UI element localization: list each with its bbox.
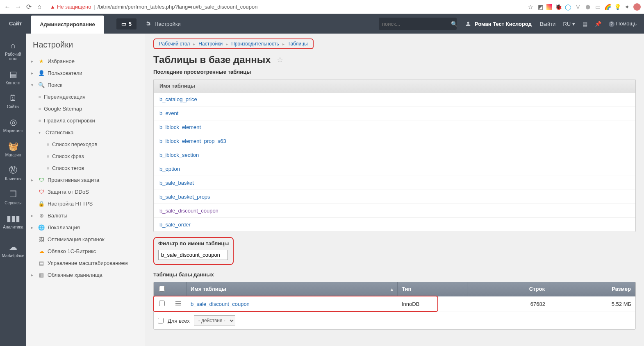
col-name[interactable]: Имя таблицы▲ — [187, 282, 398, 296]
tree-favorites[interactable]: ▸★Избранное — [30, 55, 142, 67]
table-row[interactable]: b_sale_discount_coupon InnoDB 67682 5.52… — [154, 296, 635, 312]
recent-row[interactable]: b_iblock_element_prop_s63 — [154, 134, 635, 148]
tree-hitlist[interactable]: Список переходов — [30, 138, 142, 150]
tree-https[interactable]: 🔒Настройка HTTPS — [30, 198, 142, 210]
col-type[interactable]: Тип — [398, 282, 467, 296]
tree-imgopt[interactable]: 🖼Оптимизация картинок — [30, 233, 142, 245]
col-rows[interactable]: Строк — [467, 282, 549, 296]
recent-row[interactable]: b_sale_discount_coupon — [154, 204, 635, 218]
favorite-toggle-icon[interactable]: ☆ — [277, 55, 283, 64]
ext-icon-2[interactable] — [546, 4, 552, 10]
avatar-icon[interactable] — [633, 3, 641, 11]
row-menu-icon[interactable] — [175, 301, 181, 306]
notif-count: 5 — [129, 21, 132, 27]
tree-reindex[interactable]: Переиндексация — [30, 91, 142, 103]
url-bar[interactable]: ▲ Не защищено | /bitrix/admin/perfmon_ta… — [46, 4, 524, 10]
dot-icon — [39, 108, 41, 110]
crumb-settings[interactable]: Настройки — [198, 41, 223, 47]
row-table-link[interactable]: b_sale_discount_coupon — [191, 301, 250, 307]
pin-icon[interactable]: 📌 — [595, 21, 601, 27]
help-link[interactable]: ?Помощь — [609, 20, 637, 27]
back-icon[interactable]: ← — [3, 3, 11, 11]
tree-stats[interactable]: ▾Статистика — [30, 127, 142, 138]
ext-icon-1[interactable]: ◩ — [537, 3, 544, 11]
clipboard-icon[interactable]: ▤ — [583, 21, 587, 27]
crumb-desktop[interactable]: Рабочий стол — [159, 41, 190, 47]
actions-select[interactable]: - действия - — [194, 315, 235, 326]
ext-icon-7[interactable]: ▭ — [594, 3, 601, 11]
recent-row[interactable]: b_option — [154, 162, 635, 176]
recent-row[interactable]: b_iblock_element — [154, 120, 635, 134]
recent-row[interactable]: b_sale_basket — [154, 176, 635, 190]
tree-search[interactable]: ▾🔍Поиск — [30, 79, 142, 91]
logout-link[interactable]: Выйти — [540, 21, 556, 27]
notifications-button[interactable]: ▭ 5 — [116, 18, 137, 29]
rail-analytics[interactable]: ▮▮▮Аналитика — [0, 209, 26, 233]
ext-icon-6[interactable]: ⬢ — [584, 3, 592, 11]
for-all-label: Для всех — [168, 318, 190, 324]
ext-icon-5[interactable]: V — [574, 3, 582, 11]
rail-content[interactable]: ▤Контент — [0, 65, 26, 89]
user-menu[interactable]: Роман Тест Кислород — [465, 20, 532, 27]
tab-admin[interactable]: Администрирование — [31, 16, 104, 34]
tree-currency[interactable]: ▸⊛Валюты — [30, 210, 142, 222]
tree-users[interactable]: ▸👤Пользователи — [30, 67, 142, 79]
rail-marketplace[interactable]: ☁Marketplace — [0, 236, 26, 262]
filter-input[interactable] — [158, 250, 228, 260]
ext-icon-8[interactable]: 🌈 — [604, 3, 611, 11]
tree-ddos[interactable]: 🛡Защита от DDoS — [30, 186, 142, 198]
recent-row[interactable]: b_sale_order — [154, 218, 635, 232]
tree-taglist[interactable]: Список тегов — [30, 162, 142, 174]
home-icon[interactable]: ⌂ — [35, 3, 43, 11]
rail-marketing[interactable]: ◎Маркетинг — [0, 113, 26, 137]
tree-cloudstore[interactable]: ▸▥Облачные хранилища — [30, 269, 142, 281]
page-title: Таблицы в базе данных — [153, 54, 271, 66]
ext-icon-3[interactable]: 🐞 — [555, 3, 562, 11]
for-all-checkbox[interactable] — [158, 318, 164, 323]
rail-services[interactable]: ❒Сервисы — [0, 185, 26, 209]
star-icon[interactable]: ☆ — [527, 3, 534, 11]
reload-icon[interactable]: ⟳ — [25, 3, 33, 11]
tables-grid: Имя таблицы▲ Тип Строк Размер b_sale_dis… — [153, 282, 636, 330]
row-checkbox[interactable] — [159, 301, 165, 306]
tab-site[interactable]: Сайт — [0, 14, 31, 34]
settings-button[interactable]: Настройки — [145, 20, 181, 27]
tree-scaling[interactable]: ▤Управление масштабированием — [30, 257, 142, 269]
filter-box: Фильтр по имени таблицы — [153, 237, 234, 265]
recent-row[interactable]: b_event — [154, 106, 635, 120]
tree-cloud1c[interactable]: ☁Облако 1С-Битрикс — [30, 245, 142, 257]
grid-header: Имя таблицы▲ Тип Строк Размер — [154, 282, 635, 296]
col-size[interactable]: Размер — [549, 282, 635, 296]
recent-row[interactable]: b_iblock_section — [154, 148, 635, 162]
crumb-perf[interactable]: Производительность — [231, 41, 279, 47]
recent-row[interactable]: b_sale_basket_props — [154, 190, 635, 204]
search-icon[interactable]: 🔍 — [451, 21, 457, 27]
search-input[interactable] — [382, 21, 451, 27]
lock-icon: 🔒 — [38, 201, 45, 207]
ext-icon-4[interactable]: ◯ — [564, 3, 572, 11]
rail-desktop[interactable]: ⌂Рабочий стол — [0, 37, 26, 65]
grid-footer: Для всех - действия - — [154, 312, 635, 329]
search-box[interactable]: 🔍 — [379, 18, 457, 30]
extensions-icon[interactable]: ✦ — [624, 3, 631, 11]
tree-sortrules[interactable]: Правила сортировки — [30, 115, 142, 127]
tree-localization[interactable]: ▸🌐Локализация — [30, 222, 142, 233]
tree-phraselist[interactable]: Список фраз — [30, 150, 142, 162]
tree-sitemap[interactable]: Google Sitemap — [30, 103, 142, 115]
gear-icon — [145, 20, 151, 27]
rail-clients[interactable]: ㉔Клиенты — [0, 161, 26, 185]
lang-switch[interactable]: RU ▾ — [563, 21, 575, 27]
tree-proactive[interactable]: ▸🛡Проактивная защита — [30, 174, 142, 186]
cloud-icon: ☁ — [38, 248, 45, 254]
calendar-icon: 🗓 — [1, 93, 25, 103]
forward-icon[interactable]: → — [14, 3, 22, 11]
rail-shop[interactable]: 🧺Магазин — [0, 137, 26, 161]
breadcrumb: Рабочий стол▸ Настройки▸ Производительно… — [153, 38, 314, 49]
crumb-tables[interactable]: Таблицы — [288, 41, 308, 47]
rail-sites[interactable]: 🗓Сайты — [0, 89, 26, 113]
recent-row[interactable]: b_catalog_price — [154, 93, 635, 106]
select-all-checkbox[interactable] — [159, 286, 165, 292]
globe-icon: 🌐 — [38, 224, 45, 231]
ext-icon-9[interactable]: 💡 — [614, 3, 621, 11]
browser-chrome: ← → ⟳ ⌂ ▲ Не защищено | /bitrix/admin/pe… — [0, 0, 644, 14]
